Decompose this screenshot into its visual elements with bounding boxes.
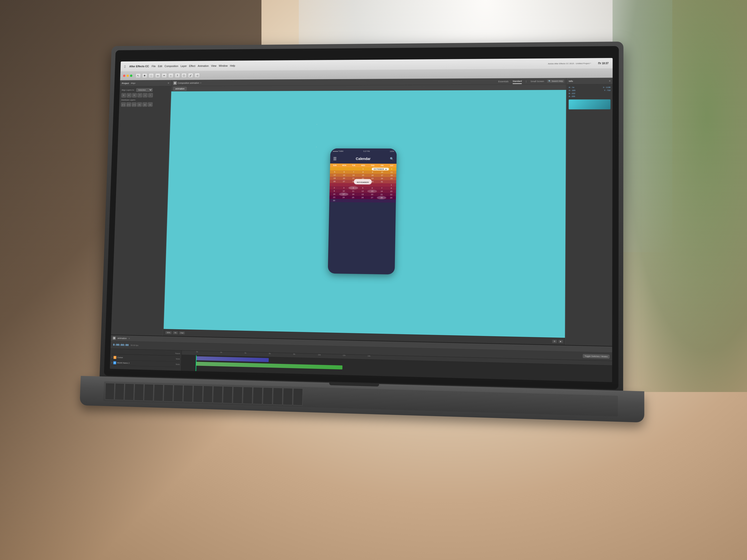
fit-btn[interactable]: Fit	[173, 331, 178, 334]
dock-photoshop[interactable]: Ps	[376, 379, 389, 382]
dock-vlc[interactable]: ▶	[403, 379, 416, 382]
menu-items[interactable]: File Edit Composition Layer Effect Anima…	[152, 64, 235, 68]
key-2[interactable]	[114, 383, 124, 400]
nov-cell-4-4[interactable]: 27	[367, 196, 377, 199]
dist-right-btn[interactable]: |→|	[132, 102, 136, 107]
nov-cell-4-6[interactable]: 29	[386, 196, 396, 199]
dist-center-h-btn[interactable]: |↔|	[127, 102, 131, 107]
dock-spotify[interactable]: ♪	[333, 378, 345, 382]
track-bar-month[interactable]	[196, 362, 342, 369]
oct-cell-1-5[interactable]: 10	[377, 170, 387, 174]
nov-cell-5-3[interactable]	[358, 199, 367, 202]
key-6[interactable]	[154, 384, 163, 401]
toggle-switches-btn[interactable]: Toggle Switches / Modes	[583, 354, 610, 358]
nov-cell-1-4[interactable]: 6	[367, 186, 377, 190]
key-11[interactable]	[203, 386, 213, 403]
toolbar-btn-6[interactable]: ⌂	[168, 73, 173, 78]
key-16[interactable]	[253, 387, 263, 404]
align-left-btn[interactable]: ⊪	[121, 93, 126, 98]
oct-cell-2-4[interactable]: 16	[368, 174, 377, 177]
project-tab[interactable]: Project	[122, 82, 129, 84]
nov-cell-5-4[interactable]	[367, 199, 377, 202]
nov-cell-3-2[interactable]: 18	[349, 193, 358, 196]
nov-cell-3-1[interactable]: 17	[339, 193, 349, 196]
key-9[interactable]	[183, 385, 193, 402]
nov-cell-5-1[interactable]	[339, 199, 348, 202]
key-8[interactable]	[173, 385, 183, 402]
nov-cell-2-4[interactable]: 13	[367, 190, 377, 193]
oct-cell-2-3[interactable]: 15	[358, 174, 368, 177]
nov-cell-5-5[interactable]	[377, 199, 386, 203]
nov-cell-0-4[interactable]	[367, 183, 377, 186]
nov-cell-0-5[interactable]	[377, 183, 387, 186]
nov-cell-0-1[interactable]	[339, 183, 349, 186]
oct-cell-3-1[interactable]: 20	[339, 177, 349, 180]
align-bottom-btn[interactable]: ⊦	[148, 93, 153, 97]
align-layers-select[interactable]: Selection	[136, 88, 153, 92]
dock-skype[interactable]: S	[303, 377, 315, 382]
menu-view[interactable]: View	[211, 64, 216, 68]
toolbar-btn-2[interactable]: ✥	[142, 73, 147, 78]
align-tab-active[interactable]: Align	[131, 82, 135, 84]
nov-cell-1-0[interactable]: 2	[330, 186, 339, 189]
nov-cell-5-2[interactable]	[348, 199, 358, 202]
nov-cell-5-6[interactable]	[386, 199, 396, 203]
toolbar-btn-9[interactable]: 🖊	[188, 73, 193, 78]
menu-effect[interactable]: Effect	[189, 64, 196, 68]
nov-cell-3-4[interactable]: 20	[367, 193, 377, 196]
dock-itunes[interactable]: ♫	[346, 378, 359, 382]
dock-bridge[interactable]: Br	[431, 380, 444, 382]
nov-cell-0-6[interactable]: 1	[386, 183, 396, 187]
menu-layer[interactable]: Layer	[181, 64, 187, 68]
menu-animation[interactable]: Animation	[198, 64, 209, 68]
oct-cell-3-6[interactable]: 25	[387, 177, 396, 180]
nov-cell-3-0[interactable]: 16	[329, 193, 339, 196]
dock-preferences[interactable]: ⚙	[363, 378, 376, 382]
key-14[interactable]	[233, 386, 242, 404]
dist-bottom-btn[interactable]: |↓|	[148, 102, 153, 107]
nov-cell-1-3[interactable]: 5	[358, 186, 367, 190]
oct-cell-0-2[interactable]	[349, 167, 358, 170]
oct-cell-1-0[interactable]: 5	[330, 170, 339, 174]
key-18[interactable]	[273, 388, 283, 405]
oct-cell-1-4[interactable]: 9	[368, 170, 377, 174]
nov-cell-2-5[interactable]: 14	[377, 190, 387, 193]
menu-file[interactable]: File	[152, 65, 156, 68]
oct-cell-1-6[interactable]: 11	[387, 170, 396, 174]
key-10[interactable]	[193, 385, 203, 402]
close-button[interactable]	[123, 74, 126, 77]
tab-essentials[interactable]: Essentials	[498, 79, 509, 84]
quality-btn[interactable]: Full	[179, 331, 185, 334]
oct-cell-1-1[interactable]: 6	[339, 170, 349, 174]
oct-cell-2-1[interactable]: 13	[339, 174, 349, 177]
key-17[interactable]	[263, 387, 273, 404]
nov-cell-4-1[interactable]: 24	[339, 196, 349, 199]
nov-cell-1-2[interactable]: 4	[349, 186, 358, 189]
comp-tab-options[interactable]: ≡	[200, 82, 202, 84]
oct-cell-2-0[interactable]: 12	[330, 174, 339, 177]
dock-trash[interactable]: 🗑	[448, 381, 461, 382]
key-3[interactable]	[124, 383, 134, 400]
oct-cell-1-3[interactable]: 8	[358, 170, 368, 174]
grid-btn[interactable]: ⊞	[552, 340, 557, 343]
nov-cell-2-0[interactable]: 9	[329, 189, 339, 193]
info-panel-options[interactable]: ≡	[609, 79, 611, 82]
nov-cell-2-2[interactable]: 11	[349, 189, 358, 193]
track-bar-cursor[interactable]	[196, 356, 269, 362]
menu-window[interactable]: Window	[218, 64, 228, 67]
align-right-btn[interactable]: ⊫	[132, 93, 137, 97]
toolbar-btn-3[interactable]: ◌	[149, 73, 154, 78]
dock-calendar[interactable]: 31	[316, 377, 329, 382]
oct-cell-0-3[interactable]: 1	[358, 167, 368, 170]
menu-help[interactable]: Help	[230, 64, 235, 67]
nov-cell-3-6[interactable]: 22	[386, 193, 396, 196]
align-top-btn[interactable]: ⊤	[137, 93, 142, 97]
key-1[interactable]	[105, 383, 114, 400]
oct-cell-0-0[interactable]	[330, 167, 339, 170]
key-4[interactable]	[134, 384, 144, 401]
comp-tab-label[interactable]: Composition animation	[178, 82, 199, 84]
timeline-options-icon[interactable]: ≡	[128, 337, 130, 340]
tab-standard[interactable]: Standard	[513, 79, 522, 84]
toolbar-btn-5[interactable]: ✏	[162, 73, 167, 78]
toolbar-btn-10[interactable]: ◁	[195, 73, 200, 78]
